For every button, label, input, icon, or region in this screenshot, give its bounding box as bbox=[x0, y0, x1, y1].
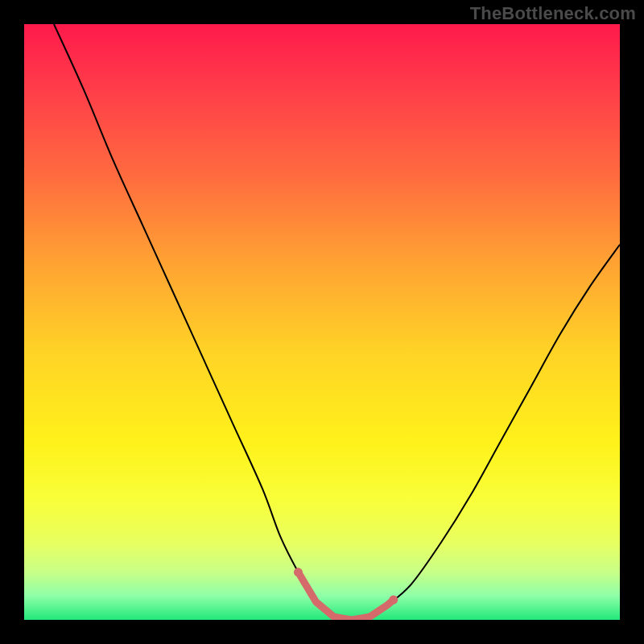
frame-bottom bbox=[0, 620, 644, 644]
highlight-end-dot bbox=[294, 568, 303, 576]
chart-frame: TheBottleneck.com bbox=[0, 0, 644, 644]
frame-right bbox=[620, 0, 644, 644]
highlight-end-dot bbox=[389, 596, 398, 605]
watermark-text: TheBottleneck.com bbox=[470, 3, 636, 24]
plot-background bbox=[24, 24, 620, 620]
frame-left bbox=[0, 0, 24, 644]
chart-canvas bbox=[0, 0, 644, 644]
